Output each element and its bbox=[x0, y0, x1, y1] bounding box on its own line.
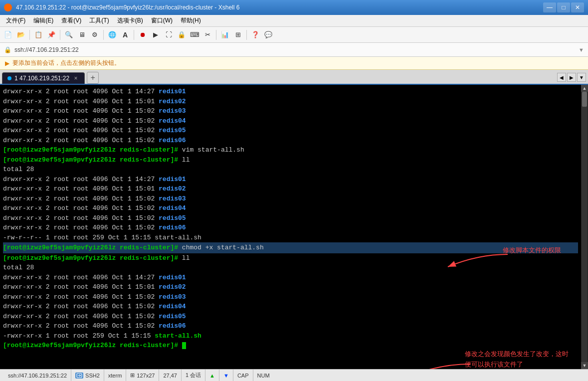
copy-btn[interactable]: 📋 bbox=[32, 29, 44, 41]
terminal-line-11: drwxr-xr-x 2 root root 4096 Oct 1 15:01 … bbox=[3, 184, 578, 194]
terminal-line-19: total 28 bbox=[3, 263, 578, 273]
info-arrow-icon: ▶ bbox=[5, 60, 9, 67]
menu-edit[interactable]: 编辑(E) bbox=[29, 15, 57, 26]
maximize-button[interactable]: □ bbox=[557, 2, 570, 12]
terminal-line-12: drwxr-xr-x 2 root root 4096 Oct 1 15:02 … bbox=[3, 194, 578, 204]
status-encoding: xterm bbox=[104, 370, 127, 381]
status-sessions: 1 会话 bbox=[182, 370, 205, 381]
terminal-line-16: -rw-r--r-- 1 root root 259 Oct 1 15:15 s… bbox=[3, 233, 578, 243]
scroll-track[interactable] bbox=[582, 92, 588, 362]
tab-next-btn[interactable]: ▶ bbox=[567, 73, 576, 82]
zoom-btn[interactable]: 🔍 bbox=[63, 29, 75, 41]
keyboard-btn[interactable]: ⌨ bbox=[189, 29, 200, 41]
status-num: NUM bbox=[253, 370, 274, 381]
font-btn[interactable]: A bbox=[119, 29, 131, 41]
protocol-text: SSH2 bbox=[85, 373, 100, 379]
terminal-line-21: drwxr-xr-x 2 root root 4096 Oct 1 15:01 … bbox=[3, 282, 578, 292]
tab-menu-btn[interactable]: ▼ bbox=[577, 73, 586, 82]
terminal-line-22: drwxr-xr-x 2 root root 4096 Oct 1 15:02 … bbox=[3, 292, 578, 302]
terminal-line-27: [root@izwz9ef5sjam9pvfyiz26lz redis-clus… bbox=[3, 341, 578, 351]
terminal-line-20: drwxr-xr-x 2 root root 4096 Oct 1 14:27 … bbox=[3, 273, 578, 283]
monitor-btn[interactable]: 📊 bbox=[219, 29, 231, 41]
terminal-line-15: drwxr-xr-x 2 root root 4096 Oct 1 15:02 … bbox=[3, 223, 578, 233]
refresh-btn[interactable]: 🖥 bbox=[76, 29, 88, 41]
terminal-wrapper: drwxr-xr-x 2 root root 4096 Oct 1 14:27 … bbox=[0, 85, 588, 369]
terminal-line-17: [root@izwz9ef5sjam9pvfyiz26lz redis-clus… bbox=[3, 242, 578, 253]
terminal-line-18: [root@izwz9ef5sjam9pvfyiz26lz redis-clus… bbox=[3, 253, 578, 263]
terminal-line-7: [root@izwz9ef5sjam9pvfyiz26lz redis-clus… bbox=[3, 145, 578, 155]
status-address: ssh://47.106.219.251:22 bbox=[4, 370, 71, 381]
size-text: 127x27 bbox=[137, 373, 155, 379]
scroll-thumb[interactable] bbox=[582, 92, 587, 107]
menu-help[interactable]: 帮助(H) bbox=[177, 15, 205, 26]
terminal[interactable]: drwxr-xr-x 2 root root 4096 Oct 1 14:27 … bbox=[0, 85, 581, 369]
tab-prev-btn[interactable]: ◀ bbox=[557, 73, 566, 82]
session-tab[interactable]: 1 47.106.219.251:22 × bbox=[2, 72, 85, 84]
num-text: NUM bbox=[257, 373, 270, 379]
minimize-button[interactable]: — bbox=[543, 2, 556, 12]
download-icon: ▼ bbox=[223, 373, 229, 379]
record-btn[interactable]: ⏺ bbox=[137, 29, 149, 41]
status-size: ⊞ 127x27 bbox=[126, 370, 159, 381]
address-dropdown[interactable]: ▼ bbox=[579, 47, 584, 53]
upload-icon: ▲ bbox=[209, 373, 215, 379]
tab-bar: 1 47.106.219.251:22 × + ◀ ▶ ▼ bbox=[0, 70, 588, 85]
status-protocol: SSH2 bbox=[71, 370, 104, 381]
paste-btn[interactable]: 📌 bbox=[45, 29, 57, 41]
terminal-scrollbar[interactable]: ▲ ▼ bbox=[581, 85, 588, 369]
terminal-line-13: drwxr-xr-x 2 root root 4096 Oct 1 15:02 … bbox=[3, 203, 578, 213]
close-button[interactable]: ✕ bbox=[571, 2, 584, 12]
menu-view[interactable]: 查看(V) bbox=[57, 15, 85, 26]
menu-tools[interactable]: 工具(T) bbox=[85, 15, 113, 26]
menu-file[interactable]: 文件(F) bbox=[2, 15, 29, 26]
tab-add-btn[interactable]: + bbox=[87, 72, 99, 84]
annotation-2-line1: 修改之会发现颜色发生了改变，这时 bbox=[465, 349, 569, 360]
tab-close-btn[interactable]: × bbox=[72, 75, 79, 82]
ssh-icon bbox=[75, 373, 83, 379]
terminal-line-8: [root@izwz9ef5sjam9pvfyiz26lz redis-clus… bbox=[3, 155, 578, 165]
sessions-text: 1 会话 bbox=[186, 372, 201, 379]
scroll-down-btn[interactable]: ▼ bbox=[581, 362, 588, 369]
info-bar: ▶ 要添加当前会话，点击左侧的箭头按钮。 bbox=[0, 57, 588, 70]
tab-label: 1 47.106.219.251:22 bbox=[14, 75, 69, 82]
open-btn[interactable]: 📂 bbox=[15, 29, 27, 41]
menu-tab[interactable]: 选项卡(B) bbox=[113, 15, 147, 26]
info-text: 要添加当前会话，点击左侧的箭头按钮。 bbox=[12, 59, 120, 67]
status-arrow-up[interactable]: ▲ bbox=[205, 370, 219, 381]
annotation-arrow-2 bbox=[385, 359, 470, 369]
terminal-line-1: drwxr-xr-x 2 root root 4096 Oct 1 14:27 … bbox=[3, 87, 578, 97]
lock-btn[interactable]: 🔒 bbox=[176, 29, 188, 41]
terminal-line-10: drwxr-xr-x 2 root root 4096 Oct 1 14:27 … bbox=[3, 175, 578, 185]
address-bar: 🔒 ▼ bbox=[0, 43, 588, 57]
status-cursor: 27,47 bbox=[159, 370, 182, 381]
menu-window[interactable]: 窗口(W) bbox=[147, 15, 177, 26]
encoding-text: xterm bbox=[108, 373, 122, 379]
scroll-up-btn[interactable]: ▲ bbox=[581, 85, 588, 92]
toolbar: 📄 📂 📋 📌 🔍 🖥 ⚙ 🌐 A ⏺ ▶ ⛶ 🔒 ⌨ ✂ 📊 ⊞ ❓ 💬 bbox=[0, 27, 588, 43]
scissor-btn[interactable]: ✂ bbox=[201, 29, 213, 41]
terminal-line-25: drwxr-xr-x 2 root root 4096 Oct 1 15:02 … bbox=[3, 321, 578, 331]
lock-icon: 🔒 bbox=[4, 46, 11, 53]
window-controls: — □ ✕ bbox=[543, 2, 584, 12]
settings-btn[interactable]: ⚙ bbox=[89, 29, 101, 41]
play-btn[interactable]: ▶ bbox=[150, 29, 162, 41]
size-icon: ⊞ bbox=[130, 372, 135, 379]
help-btn[interactable]: ❓ bbox=[249, 29, 261, 41]
chat-btn[interactable]: 💬 bbox=[262, 29, 274, 41]
address-input[interactable] bbox=[14, 46, 579, 53]
fullscreen-btn[interactable]: ⛶ bbox=[163, 29, 175, 41]
split-btn[interactable]: ⊞ bbox=[232, 29, 244, 41]
menu-bar: 文件(F) 编辑(E) 查看(V) 工具(T) 选项卡(B) 窗口(W) 帮助(… bbox=[0, 15, 588, 27]
terminal-line-24: drwxr-xr-x 2 root root 4096 Oct 1 15:02 … bbox=[3, 312, 578, 322]
status-arrow-down[interactable]: ▼ bbox=[219, 370, 233, 381]
terminal-line-9: total 28 bbox=[3, 165, 578, 175]
cap-text: CAP bbox=[237, 373, 249, 379]
globe-btn[interactable]: 🌐 bbox=[106, 29, 118, 41]
new-session-btn[interactable]: 📄 bbox=[2, 29, 14, 41]
terminal-line-4: drwxr-xr-x 2 root root 4096 Oct 1 15:02 … bbox=[3, 116, 578, 126]
tab-status-dot bbox=[7, 76, 11, 80]
terminal-line-14: drwxr-xr-x 2 root root 4096 Oct 1 15:02 … bbox=[3, 213, 578, 223]
terminal-line-3: drwxr-xr-x 2 root root 4096 Oct 1 15:02 … bbox=[3, 106, 578, 116]
app-icon bbox=[4, 3, 12, 11]
terminal-line-26: -rwxr-xr-x 1 root root 259 Oct 1 15:15 s… bbox=[3, 331, 578, 341]
